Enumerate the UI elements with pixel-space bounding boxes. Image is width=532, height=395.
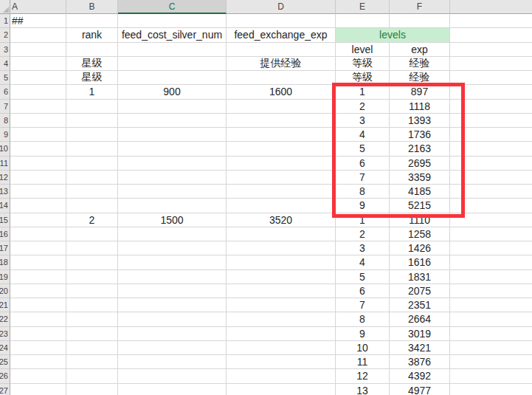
cell-A25[interactable] [10,355,66,369]
cell-G4[interactable] [450,57,532,71]
cell-D17[interactable] [227,241,336,255]
cell-B8[interactable] [66,114,118,128]
cell-E20[interactable]: 6 [336,284,390,298]
cell-D23[interactable] [227,327,336,341]
cell-F25[interactable]: 3876 [390,355,450,369]
cell-F16[interactable]: 1258 [390,227,450,241]
row-header-26[interactable]: 26 [0,369,10,383]
cell-A23[interactable] [10,327,66,341]
cell-C23[interactable] [118,327,227,341]
column-header-F[interactable]: F [390,0,450,14]
cell-E24[interactable]: 10 [336,341,390,355]
cell-G1[interactable] [450,14,532,28]
cell-G5[interactable] [450,71,532,85]
cell-A16[interactable] [10,227,66,241]
cell-C5[interactable] [118,71,227,85]
cell-D18[interactable] [227,255,336,269]
cell-G14[interactable] [450,199,532,213]
cell-E5[interactable]: 等级 [336,71,390,85]
cell-A10[interactable] [10,142,66,156]
cell-E11[interactable]: 6 [336,157,390,171]
cell-C7[interactable] [118,100,227,114]
cell-G16[interactable] [450,227,532,241]
row-header-1[interactable]: 1 [0,14,10,28]
cell-C13[interactable] [118,185,227,199]
cell-D25[interactable] [227,355,336,369]
cell-E18[interactable]: 4 [336,255,390,269]
cell-B5[interactable]: 星级 [66,71,118,85]
cell-C8[interactable] [118,114,227,128]
cell-E25[interactable]: 11 [336,355,390,369]
cell-C18[interactable] [118,255,227,269]
cell-F5[interactable]: 经验 [390,71,450,85]
cell-F9[interactable]: 1736 [390,128,450,142]
cell-B9[interactable] [66,128,118,142]
cell-G10[interactable] [450,142,532,156]
cell-G22[interactable] [450,312,532,326]
cell-B24[interactable] [66,341,118,355]
cell-G20[interactable] [450,284,532,298]
cell-A19[interactable] [10,270,66,284]
cell-levels-merged[interactable]: levels [336,28,450,42]
cell-C22[interactable] [118,312,227,326]
row-header-24[interactable]: 24 [0,341,10,355]
cell-B3[interactable] [66,43,118,57]
cell-D4[interactable]: 提供经验 [227,57,336,71]
cell-B16[interactable] [66,227,118,241]
row-header-14[interactable]: 14 [0,199,10,213]
cell-F1[interactable] [390,14,450,28]
cell-G11[interactable] [450,157,532,171]
cell-B15[interactable]: 2 [66,213,118,227]
cell-D20[interactable] [227,284,336,298]
cell-D11[interactable] [227,157,336,171]
cell-D7[interactable] [227,100,336,114]
cell-C6[interactable]: 900 [118,85,227,99]
cell-E4[interactable]: 等级 [336,57,390,71]
cell-C27[interactable] [118,384,227,395]
cell-G17[interactable] [450,241,532,255]
cell-F4[interactable]: 经验 [390,57,450,71]
column-header-D[interactable]: D [227,0,336,14]
cell-B14[interactable] [66,199,118,213]
cell-B27[interactable] [66,384,118,395]
cell-G8[interactable] [450,114,532,128]
column-header-E[interactable]: E [336,0,390,14]
row-header-25[interactable]: 25 [0,355,10,369]
cell-A21[interactable] [10,298,66,312]
cell-C4[interactable] [118,57,227,71]
cell-D6[interactable]: 1600 [227,85,336,99]
cell-A17[interactable] [10,241,66,255]
cell-F7[interactable]: 1118 [390,100,450,114]
cell-F23[interactable]: 3019 [390,327,450,341]
cell-G12[interactable] [450,171,532,185]
row-header-9[interactable]: 9 [0,128,10,142]
cell-A1[interactable]: ## [10,14,66,28]
cell-G25[interactable] [450,355,532,369]
row-header-19[interactable]: 19 [0,270,10,284]
cell-E23[interactable]: 9 [336,327,390,341]
cell-G6[interactable] [450,85,532,99]
cell-G3[interactable] [450,43,532,57]
row-header-27[interactable]: 27 [0,384,10,395]
cell-E17[interactable]: 3 [336,241,390,255]
cell-C24[interactable] [118,341,227,355]
cell-F22[interactable]: 2664 [390,312,450,326]
cell-D16[interactable] [227,227,336,241]
cell-A6[interactable] [10,85,66,99]
cell-F27[interactable]: 4977 [390,384,450,395]
cell-C12[interactable] [118,171,227,185]
cell-D12[interactable] [227,171,336,185]
cell-B25[interactable] [66,355,118,369]
cell-B6[interactable]: 1 [66,85,118,99]
row-header-7[interactable]: 7 [0,100,10,114]
cell-C19[interactable] [118,270,227,284]
cell-F26[interactable]: 4392 [390,369,450,383]
row-header-11[interactable]: 11 [0,157,10,171]
cell-F19[interactable]: 1831 [390,270,450,284]
cell-B7[interactable] [66,100,118,114]
cell-B4[interactable]: 星级 [66,57,118,71]
cell-C2[interactable]: feed_cost_silver_num [118,28,227,42]
cell-E13[interactable]: 8 [336,185,390,199]
cell-C25[interactable] [118,355,227,369]
cell-C16[interactable] [118,227,227,241]
